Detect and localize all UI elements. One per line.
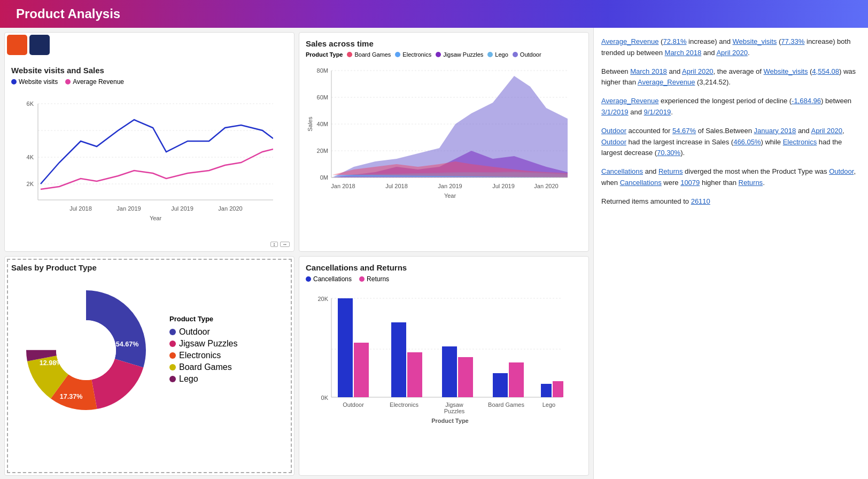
bar-jigsaw-cancellations (442, 346, 457, 397)
link-outdoor-1[interactable]: Outdoor (601, 127, 626, 135)
legend-dot-pink (65, 79, 71, 84)
svg-text:Product Type: Product Type (431, 418, 468, 424)
link-7281[interactable]: 72.81% (663, 37, 686, 45)
legend-item-website-visits: Website visits (11, 78, 58, 86)
insight-2: Between March 2018 and April 2020, the a… (601, 66, 861, 89)
link-decline[interactable]: -1,684.96 (792, 97, 821, 105)
svg-text:6K: 6K (27, 101, 34, 107)
legend-jigsaw-item: Jigsaw Puzzles (169, 339, 237, 349)
legend-label-avg-revenue: Average Revenue (73, 78, 124, 86)
legend-lego-item: Lego (169, 374, 237, 384)
website-visits-legend: Website visits Average Revenue (11, 78, 288, 86)
product-type-label: Product Type (306, 51, 343, 58)
svg-text:Jan 2019: Jan 2019 (117, 205, 141, 212)
link-website-visits-2[interactable]: Website_visits (764, 67, 808, 75)
link-april2020-1[interactable]: April 2020 (716, 49, 748, 57)
svg-text:2K: 2K (27, 181, 34, 187)
header: Product Analysis (0, 0, 868, 28)
jigsaw-pct-label: 17.37% (60, 393, 83, 400)
link-9-1-2019[interactable]: 9/1/2019 (644, 108, 671, 116)
insights-panel: Average_Revenue (72.81% increase) and We… (593, 28, 868, 479)
link-website-visits-1[interactable]: Website_visits (733, 37, 777, 45)
svg-text:0K: 0K (321, 395, 329, 401)
svg-text:0M: 0M (320, 174, 328, 181)
link-avg-revenue-3[interactable]: Average_Revenue (601, 97, 658, 105)
insight-1: Average_Revenue (72.81% increase) and We… (601, 36, 861, 59)
link-outdoor-2[interactable]: Outdoor (601, 138, 626, 146)
link-5467[interactable]: 54.67% (672, 127, 696, 135)
link-46605[interactable]: 466.05% (733, 138, 761, 146)
svg-text:20K: 20K (317, 296, 328, 302)
link-march2018[interactable]: March 2018 (665, 49, 702, 57)
sales-across-time-title: Sales across time (306, 39, 582, 48)
svg-text:60M: 60M (317, 94, 328, 101)
sales-time-legend: Product Type Board Games Electronics Jig… (306, 51, 582, 58)
electronics-pct-label: 12.98% (40, 359, 63, 367)
link-jan2018[interactable]: January 2018 (754, 127, 796, 135)
legend-electronics: Electronics (395, 51, 431, 58)
svg-text:20M: 20M (317, 148, 328, 154)
svg-text:Jigsaw: Jigsaw (445, 401, 463, 408)
legend-label-website-visits: Website visits (19, 78, 58, 86)
bar-lego-returns (553, 381, 563, 397)
svg-text:Electronics: Electronics (390, 401, 418, 408)
link-april2020-3[interactable]: April 2020 (811, 127, 842, 135)
svg-point-43 (56, 320, 116, 380)
bar-lego-cancellations (541, 384, 552, 397)
insight-6: Returned items amounted to 26110 (601, 196, 861, 207)
link-26110[interactable]: 26110 (691, 197, 710, 205)
link-3-1-2019[interactable]: 3/1/2019 (601, 108, 629, 116)
sales-by-product-title: Sales by Product Type (11, 263, 288, 272)
bar-jigsaw-returns (458, 357, 473, 397)
donut-container: 54.67% 17.37% 12.98% 11.96% Product Type… (11, 275, 288, 425)
sales-time-svg: 80M 60M 40M 20M 0M (306, 60, 568, 204)
svg-text:Board Games: Board Games (488, 401, 524, 408)
svg-text:Year: Year (150, 215, 162, 221)
link-cancellations-2[interactable]: Cancellations (620, 179, 662, 187)
insight-3: Average_Revenue experienced the longest … (601, 96, 861, 118)
link-10079[interactable]: 10079 (680, 179, 700, 187)
link-7733[interactable]: 77.33% (781, 37, 804, 45)
legend-electronics-item: Electronics (169, 351, 237, 360)
website-visits-title: Website visits and Sales (11, 66, 288, 75)
legend-jigsaw: Jigsaw Puzzles (436, 51, 483, 58)
main-content: Website visits and Sales Website visits … (0, 28, 868, 479)
donut-legend: Product Type Outdoor Jigsaw Puzzles Elec… (169, 315, 237, 386)
cancellations-svg: 20K 0K (306, 285, 568, 424)
link-returns-1[interactable]: Returns (658, 167, 683, 175)
link-cancellations-1[interactable]: Cancellations (601, 167, 643, 175)
product-type-heading: Product Type (169, 315, 237, 323)
outdoor-pct-label: 54.67% (116, 341, 139, 348)
link-avg-revenue-2[interactable]: Average_Revenue (638, 78, 695, 86)
legend-item-avg-revenue: Average Revenue (65, 78, 124, 86)
bar-outdoor-returns (354, 343, 369, 397)
link-455408[interactable]: 4,554.08 (812, 67, 839, 75)
insight-4: Outdoor accounted for 54.67% of Sales.Be… (601, 126, 861, 159)
legend-board-games: Board Games (347, 51, 391, 58)
website-visits-chart: Website visits and Sales Website visits … (4, 32, 294, 252)
sales-across-time-chart: Sales across time Product Type Board Gam… (299, 32, 589, 252)
resize-controls[interactable]: ↕ ↔ (270, 242, 290, 247)
link-7030[interactable]: 70.30% (657, 149, 680, 157)
svg-text:Year: Year (444, 192, 456, 199)
svg-text:Jul 2019: Jul 2019 (492, 183, 515, 189)
link-avg-revenue-1[interactable]: Average_Revenue (601, 37, 658, 45)
donut-svg: 54.67% 17.37% 12.98% 11.96% (11, 275, 161, 425)
bar-boardgames-cancellations (493, 373, 508, 397)
svg-text:Jul 2018: Jul 2018 (385, 183, 408, 189)
link-march2018-2[interactable]: March 2018 (630, 67, 667, 75)
svg-text:Jan 2018: Jan 2018 (331, 183, 355, 189)
svg-text:Jan 2020: Jan 2020 (218, 205, 242, 212)
svg-text:Sales: Sales (307, 117, 313, 132)
legend-lego: Lego (487, 51, 508, 58)
board-games-pct-label: 11.96% (60, 316, 83, 323)
legend-outdoor-item: Outdoor (169, 327, 237, 337)
link-returns-2[interactable]: Returns (739, 179, 763, 187)
legend-dot-blue (11, 79, 17, 84)
link-outdoor-3[interactable]: Outdoor (829, 167, 854, 175)
svg-text:Jan 2020: Jan 2020 (534, 183, 558, 189)
link-april2020-2[interactable]: April 2020 (682, 67, 714, 75)
logo-navy (29, 35, 50, 55)
link-electronics-1[interactable]: Electronics (783, 138, 817, 146)
bar-electronics-cancellations (391, 322, 406, 397)
